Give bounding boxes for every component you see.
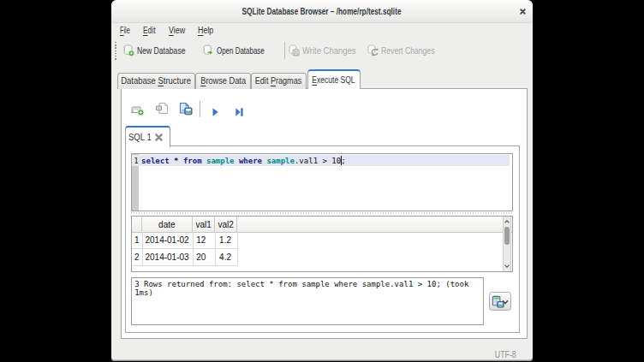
titlebar[interactable]: SQLite Database Browser – /home/rp/test.… (111, 0, 534, 23)
write-changes-icon (289, 45, 300, 56)
sql-toolbar-separator (200, 101, 200, 117)
execution-status-box[interactable]: 3 Rows returned from: select * from samp… (131, 277, 485, 324)
sql-token: where (239, 157, 262, 165)
menu-view-label: View (169, 26, 185, 35)
new-database-button[interactable]: New Database (123, 39, 193, 62)
toolbar-drag-handle[interactable] (115, 42, 116, 60)
toolbar: New Database Open Database (111, 39, 534, 62)
sql-token: sample (266, 157, 295, 165)
text-cursor (341, 156, 342, 165)
toolbar-button-label: Open Database (217, 46, 265, 56)
execute-sql-icon (212, 108, 218, 116)
cell-val2[interactable]: 1.2 (219, 232, 231, 248)
tab-label: Execute SQL (312, 75, 355, 85)
sql-tab-page: 1 select * from sample where sample.val1… (125, 145, 520, 333)
save-sql-file-button[interactable] (179, 102, 193, 119)
results-table[interactable]: date val1 val2 1 2014-01-02 12 1.2 (131, 216, 513, 271)
corner-header-cell (132, 217, 142, 232)
cell-val2[interactable]: 4.2 (219, 249, 231, 265)
table-scrollbar[interactable] (503, 217, 511, 270)
toolbar-button-label: New Database (137, 46, 185, 56)
menu-edit-label: Edit (143, 26, 156, 35)
column-header-label: val2 (218, 220, 234, 229)
scroll-up-icon[interactable] (504, 220, 510, 223)
scroll-down-icon[interactable] (504, 264, 510, 268)
menu-file-label: File (120, 26, 130, 35)
sql-tab[interactable]: SQL 1 (125, 126, 171, 147)
column-header-val2[interactable]: val2 (215, 217, 237, 232)
tab-label: Database Structure (121, 76, 191, 86)
write-changes-button[interactable]: Write Changes (289, 39, 358, 62)
open-database-button[interactable]: Open Database (203, 39, 277, 62)
toolbar-button-label: Write Changes (302, 46, 355, 56)
window-title: SQLite Database Browser – /home/rp/test.… (111, 0, 534, 22)
sql-token: from (183, 157, 202, 165)
tab-label: Edit Pragmas (255, 76, 302, 86)
sql-editor[interactable]: 1 select * from sample where sample.val1… (131, 153, 513, 211)
execution-status-text: 3 Rows returned from: select * from samp… (134, 281, 480, 297)
encoding-label: UTF-8 (495, 349, 516, 359)
table-row[interactable]: 2 2014-01-03 20 4.2 (132, 249, 238, 266)
new-tab-button[interactable] (130, 102, 145, 120)
new-database-icon (123, 45, 134, 56)
sql-token: select (141, 157, 170, 165)
row-number-cell: 2 (132, 249, 142, 265)
sql-tab-label: SQL 1 (128, 133, 152, 142)
app-window: SQLite Database Browser – /home/rp/test.… (111, 0, 534, 361)
execute-current-line-button[interactable] (236, 104, 243, 120)
results-header: date val1 val2 (132, 217, 512, 233)
execute-current-line-icon (236, 108, 243, 116)
column-header-label: val1 (196, 220, 212, 229)
toolbar-button-label: Revert Changes (381, 46, 435, 56)
cell-val1[interactable]: 20 (196, 249, 206, 265)
column-header-date[interactable]: date (142, 217, 193, 232)
close-icon (520, 9, 526, 15)
toolbar-separator (284, 42, 285, 59)
cell-date[interactable]: 2014-01-02 (145, 232, 188, 248)
menu-view[interactable]: View (166, 22, 190, 39)
menu-help-label: Help (198, 26, 213, 35)
column-header-val1[interactable]: val1 (193, 217, 216, 232)
open-sql-file-icon (155, 101, 170, 116)
save-sql-file-icon (179, 102, 193, 116)
tab-database-structure[interactable]: Database Structure (117, 73, 196, 89)
sql-token: sample (206, 157, 235, 165)
open-database-icon (203, 45, 214, 56)
open-sql-file-button[interactable] (155, 101, 170, 119)
column-header-label: date (158, 220, 175, 229)
cell-val1[interactable]: 12 (196, 232, 206, 248)
revert-changes-button[interactable]: Revert Changes (367, 39, 443, 62)
table-row[interactable]: 1 2014-01-02 12 1.2 (132, 232, 238, 249)
export-results-button[interactable] (489, 292, 511, 312)
revert-changes-icon (367, 45, 379, 56)
scrollbar-thumb[interactable] (504, 227, 510, 244)
close-sql-tab-icon[interactable] (155, 134, 163, 141)
chevron-down-icon (502, 300, 509, 305)
cell-date[interactable]: 2014-01-03 (145, 249, 188, 265)
sql-token: .val1 > 10 (295, 157, 341, 165)
menu-edit[interactable]: Edit (140, 22, 160, 39)
sql-code-line: select * from sample where sample.val1 >… (141, 155, 345, 166)
menubar: File Edit View Help (111, 22, 534, 39)
screen: SQLite Database Browser – /home/rp/test.… (0, 0, 644, 362)
close-button[interactable] (518, 7, 528, 16)
tab-browse-data[interactable]: Browse Data (195, 73, 251, 89)
menu-help[interactable]: Help (195, 22, 218, 39)
tab-label: Browse Data (200, 76, 246, 86)
menu-file[interactable]: File (117, 22, 136, 39)
execute-sql-button[interactable] (212, 104, 218, 120)
row-number-cell: 1 (132, 232, 142, 248)
window-title-text: SQLite Database Browser – /home/rp/test.… (242, 7, 402, 16)
tab-edit-pragmas[interactable]: Edit Pragmas (251, 73, 307, 89)
execute-sql-pane: SQL 1 1 select * from sample where sampl… (121, 88, 528, 339)
splitter-handle[interactable] (131, 212, 512, 213)
encoding-status: UTF-8 (491, 348, 516, 359)
editor-line-number: 1 (132, 155, 139, 166)
new-tab-icon (130, 102, 145, 116)
tab-execute-sql[interactable]: Execute SQL (307, 69, 361, 90)
